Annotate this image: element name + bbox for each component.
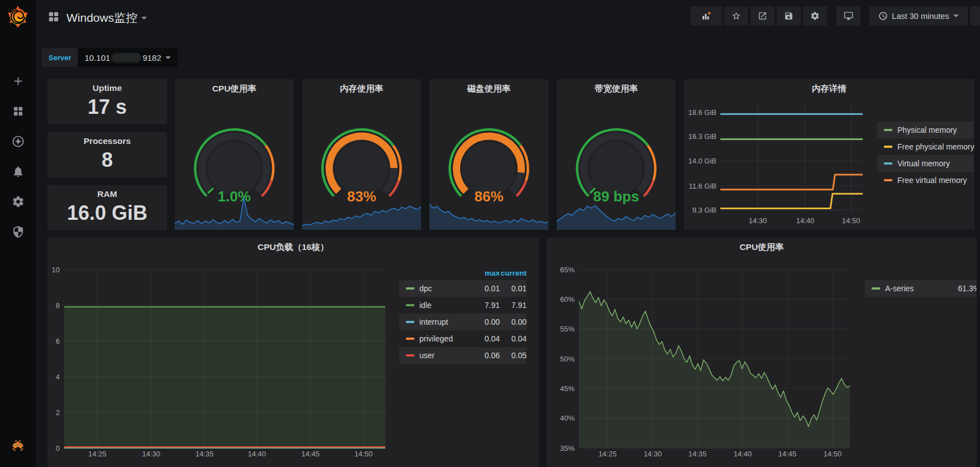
series-label[interactable]: Free physical memory [897,142,974,151]
panel-title[interactable]: 内存使用率 [302,83,421,95]
sidebar-item-server-admin[interactable] [0,216,36,247]
dashboard-icon [47,11,60,25]
add-panel-button[interactable] [690,6,722,26]
monitor-icon [844,11,853,21]
dashboards-icon [12,105,25,118]
svg-text:14:40: 14:40 [248,450,266,458]
legend-row-A-series[interactable]: A-series61.3%4 [865,280,977,297]
legend-row-dpc[interactable]: dpc0.010.01 [399,280,527,297]
gauge-value: 83% [302,186,421,206]
svg-text:9.3 GiB: 9.3 GiB [692,206,716,214]
shield-icon [12,225,25,238]
svg-text:60%: 60% [560,295,575,304]
panel-title[interactable]: 磁盘使用率 [429,83,548,95]
legend-item[interactable]: Virtual memory [877,155,973,172]
plus-icon [12,75,25,88]
legend-header-row: max [865,266,977,280]
series-label[interactable]: user [419,351,465,360]
svg-text:14.0 GiB: 14.0 GiB [688,157,716,165]
template-variables-bar: Server 10.101 9182 [42,48,178,67]
time-range-picker[interactable]: Last 30 minutes [869,6,968,26]
svg-text:14:50: 14:50 [842,216,861,225]
series-label[interactable]: privileged [419,334,465,343]
legend-item[interactable]: Free physical memory [877,138,973,155]
variable-label: Server [42,48,78,67]
panel-title[interactable]: 内存详情 [684,83,974,95]
panel-bandwidth-gauge: 带宽使用率 89 bps [557,79,676,230]
legend-value: 61.3% [945,284,977,293]
share-button[interactable] [750,6,775,26]
legend-header-row: maxcurrent [399,266,527,280]
sidebar-item-explore[interactable] [0,126,36,156]
gear-icon [12,195,25,208]
legend-row-idle[interactable]: idle7.917.91 [399,297,527,314]
series-label[interactable]: interrupt [419,317,465,326]
sidebar-item-dashboards[interactable] [0,96,36,126]
user-avatar-button[interactable] [10,439,26,455]
dashboard-title[interactable]: Windows监控 [66,10,137,26]
series-label[interactable]: A-series [885,284,945,293]
clock-icon [878,11,888,21]
stat-value: 17 s [47,95,167,119]
svg-text:50%: 50% [560,355,575,363]
series-label[interactable]: Free virtual memory [897,176,967,185]
server-variable-dropdown[interactable]: 10.101 9182 [78,48,177,67]
svg-text:14:40: 14:40 [734,450,752,458]
cycle-view-button[interactable] [836,6,861,26]
legend-header-current[interactable]: current [500,269,527,277]
panel-title[interactable]: CPU负载（16核） [47,242,539,253]
series-label[interactable]: idle [419,301,465,310]
legend-row-user[interactable]: user0.060.05 [399,347,527,364]
panel-title[interactable]: RAM [47,189,167,199]
svg-text:14:25: 14:25 [599,450,617,458]
cpu-usage-legend: maxA-series61.3%4 [865,266,977,297]
panel-title[interactable]: Processors [47,136,167,146]
caret-down-icon [953,15,959,17]
series-color-dash [406,354,414,357]
legend-value: 7.91 [500,301,527,310]
star-button[interactable] [724,6,748,26]
legend-header-max[interactable]: max [465,269,500,277]
svg-text:6: 6 [56,337,60,345]
svg-text:14:45: 14:45 [778,450,797,458]
svg-text:55%: 55% [560,325,575,333]
gauge-value: 86% [429,186,548,206]
sidebar [0,0,36,467]
grafana-logo-icon [6,4,30,29]
legend-row-interrupt[interactable]: interrupt0.000.00 [399,314,527,330]
gauge-value: 89 bps [557,186,676,206]
legend-value: 7.91 [465,301,500,310]
legend-row-privileged[interactable]: privileged0.040.04 [399,330,527,347]
grafana-logo[interactable] [6,4,30,29]
legend-item[interactable]: Physical memory [877,122,973,138]
series-color-dash [884,129,892,131]
series-label[interactable]: Physical memory [897,126,957,134]
redacted-text [111,53,141,62]
panel-title[interactable]: 带宽使用率 [557,83,676,95]
series-color-dash [406,321,414,323]
svg-text:14:40: 14:40 [796,216,815,225]
sidebar-item-configuration[interactable] [0,186,36,216]
series-label[interactable]: dpc [419,284,465,293]
panel-processors: Processors 8 [47,132,167,177]
svg-text:8: 8 [56,301,60,310]
panel-cpu-usage: CPU使用率 65%60%55%50%45%40%35%14:2514:3014… [547,238,977,467]
panel-title[interactable]: CPU使用率 [175,83,294,95]
caret-down-icon [141,17,147,20]
legend-item[interactable]: Free virtual memory [877,172,973,189]
zoom-out-button[interactable] [970,6,980,26]
save-button[interactable] [777,6,801,26]
series-color-dash [884,162,892,165]
legend-value: 0.06 [465,351,500,360]
dashboard-settings-button[interactable] [803,6,827,26]
legend-header-max[interactable]: max [959,269,977,277]
sidebar-item-create[interactable] [0,66,36,96]
svg-text:16.3 GiB: 16.3 GiB [688,132,716,141]
panel-title[interactable]: Uptime [47,83,167,93]
svg-text:10: 10 [52,266,60,274]
series-color-dash [884,146,892,148]
sidebar-item-alerting[interactable] [0,156,36,186]
panel-title[interactable]: CPU使用率 [547,242,977,253]
compass-icon [12,135,25,148]
series-label[interactable]: Virtual memory [897,159,950,168]
